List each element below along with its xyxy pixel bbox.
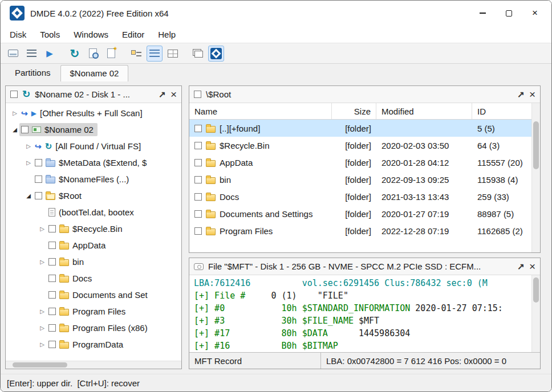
close-icon[interactable]: × xyxy=(171,89,177,100)
tree-panel-button[interactable] xyxy=(128,46,144,62)
tree-checkbox[interactable] xyxy=(35,159,42,166)
expander-closed-icon[interactable]: ▷ xyxy=(24,143,33,149)
tree-item[interactable]: ◢$Root xyxy=(6,187,181,204)
open-disk-button[interactable] xyxy=(5,46,21,62)
row-checkbox[interactable] xyxy=(194,159,202,166)
tree-item[interactable]: $NonameFiles (...) xyxy=(6,171,181,187)
folder-icon xyxy=(59,226,69,233)
scrollbar-thumb[interactable] xyxy=(533,121,539,169)
tree-checkbox[interactable] xyxy=(48,225,56,232)
expander-open-icon[interactable]: ◢ xyxy=(24,193,33,199)
tree-item-content: ↪▶[Other Results + Full Scan] xyxy=(19,107,147,120)
popout-icon[interactable]: ↗ xyxy=(159,89,166,100)
tree-checkbox[interactable] xyxy=(48,275,56,282)
panel-checkbox[interactable] xyxy=(194,91,201,98)
tree-checkbox[interactable] xyxy=(48,308,56,315)
tree-checkbox[interactable] xyxy=(48,341,56,348)
tree-item[interactable]: ▷$Recycle.Bin xyxy=(6,220,181,237)
scrollbar-thumb[interactable] xyxy=(533,277,539,303)
tree-item[interactable]: AppData xyxy=(6,237,181,254)
tree-item[interactable]: ▷bin xyxy=(6,254,181,270)
tree-item-label: Documents and Set xyxy=(72,290,148,300)
file-row[interactable]: [..][+found][folder]5 (5) xyxy=(189,120,531,137)
tree-item[interactable]: (bootTel.dat, bootex xyxy=(6,204,181,220)
search-file-button[interactable] xyxy=(85,46,101,62)
menu-editor[interactable]: Editor xyxy=(115,27,151,42)
tree-item[interactable]: ▷↪↻[All Found / Virtual FS] xyxy=(6,138,181,154)
row-checkbox[interactable] xyxy=(194,210,202,218)
row-checkbox[interactable] xyxy=(194,176,202,183)
scan-refresh-button[interactable]: ↻ xyxy=(67,46,83,62)
close-button[interactable]: × xyxy=(522,3,548,23)
file-row[interactable]: Documents and Settings[folder]2020-01-27… xyxy=(189,205,531,222)
row-checkbox[interactable] xyxy=(194,227,202,235)
tree-checkbox[interactable] xyxy=(48,324,56,332)
row-checkbox[interactable] xyxy=(194,193,202,201)
popout-icon[interactable]: ↗ xyxy=(517,262,525,272)
expander-closed-icon[interactable]: ▷ xyxy=(38,308,47,315)
tree-checkbox[interactable] xyxy=(48,242,56,249)
tree-item[interactable]: ◢$Noname 02 xyxy=(6,121,181,138)
close-icon[interactable]: × xyxy=(529,261,535,272)
column-header-modified[interactable]: Modified xyxy=(376,103,472,119)
tree-checkbox[interactable] xyxy=(48,291,56,299)
tab-partitions[interactable]: Partitions xyxy=(5,64,60,81)
close-icon[interactable]: × xyxy=(529,89,535,100)
file-name: $Recycle.Bin xyxy=(220,141,270,150)
tree-checkbox[interactable] xyxy=(48,258,56,266)
row-checkbox[interactable] xyxy=(194,125,202,132)
hex-segment: LBA:7612416 xyxy=(194,278,302,288)
row-checkbox[interactable] xyxy=(194,142,202,149)
tree-checkbox[interactable] xyxy=(35,175,42,183)
horizontal-scrollbar[interactable] xyxy=(6,361,181,369)
apply-button[interactable]: ▶ xyxy=(42,46,58,62)
column-header-id[interactable]: ID xyxy=(472,103,531,119)
refresh-icon[interactable]: ↻ xyxy=(22,88,30,100)
vertical-scrollbar[interactable] xyxy=(531,275,540,352)
tree-checkbox[interactable] xyxy=(35,192,42,199)
device-list-button[interactable] xyxy=(23,46,39,62)
tree-item[interactable]: Docs xyxy=(6,270,181,287)
column-header-size[interactable]: Size xyxy=(332,103,376,119)
scrollbar-thumb[interactable] xyxy=(13,362,67,368)
menu-tools[interactable]: Tools xyxy=(33,27,67,42)
expander-closed-icon[interactable]: ▷ xyxy=(38,259,47,265)
tree-item[interactable]: ▷↪▶[Other Results + Full Scan] xyxy=(6,105,181,121)
menu-windows[interactable]: Windows xyxy=(67,27,115,42)
expander-open-icon[interactable]: ◢ xyxy=(10,126,19,133)
file-row[interactable]: $Recycle.Bin[folder]2020-02-03 03:5064 (… xyxy=(189,137,531,154)
hex-view[interactable]: LBA:7612416 vol.sec:6291456 Clus:786432 … xyxy=(189,275,531,352)
list-view-button[interactable] xyxy=(147,46,163,62)
minimize-button[interactable] xyxy=(469,3,496,23)
vertical-scrollbar[interactable] xyxy=(531,103,540,252)
dmde-editor-button[interactable] xyxy=(208,46,224,62)
expander-closed-icon[interactable]: ▷ xyxy=(24,160,33,166)
expander-closed-icon[interactable]: ▷ xyxy=(10,110,19,116)
split-panel-button[interactable] xyxy=(190,46,206,62)
file-row[interactable]: AppData[folder]2020-01-28 04:12115557 (2… xyxy=(189,154,531,171)
column-header-name[interactable]: Name xyxy=(189,103,332,119)
expander-closed-icon[interactable]: ▷ xyxy=(38,226,47,232)
tree-item[interactable]: Documents and Set xyxy=(6,287,181,303)
maximize-button[interactable] xyxy=(496,3,522,23)
tree-item[interactable]: ▷ProgramData xyxy=(6,336,181,353)
tab-noname-02[interactable]: $Noname 02 xyxy=(60,65,129,81)
file-row[interactable]: Program Files[folder]2022-12-28 07:19116… xyxy=(189,222,531,239)
new-scan-button[interactable] xyxy=(103,46,119,62)
panel-checkbox[interactable] xyxy=(10,91,18,98)
file-table-main: NameSizeModifiedID [..][+found][folder]5… xyxy=(189,103,531,252)
tree-item[interactable]: ▷$MetaData ($Extend, $ xyxy=(6,154,181,171)
expander-closed-icon[interactable]: ▷ xyxy=(38,341,47,348)
file-row[interactable]: bin[folder]2022-09-13 09:25115938 (4) xyxy=(189,171,531,188)
tree-item[interactable]: ▷Program Files (x86) xyxy=(6,320,181,336)
table-view-button[interactable] xyxy=(165,46,181,62)
tree-checkbox[interactable] xyxy=(21,126,29,133)
file-id-cell: 5 (5) xyxy=(472,124,531,133)
menu-disk[interactable]: Disk xyxy=(3,27,33,42)
tree-item[interactable]: ▷Program Files xyxy=(6,303,181,320)
popout-icon[interactable]: ↗ xyxy=(517,89,525,100)
menu-help[interactable]: Help xyxy=(151,27,182,42)
file-id-cell: 1162685 (2) xyxy=(472,226,531,236)
file-row[interactable]: Docs[folder]2021-03-13 13:43259 (33) xyxy=(189,188,531,205)
expander-closed-icon[interactable]: ▷ xyxy=(38,325,47,331)
